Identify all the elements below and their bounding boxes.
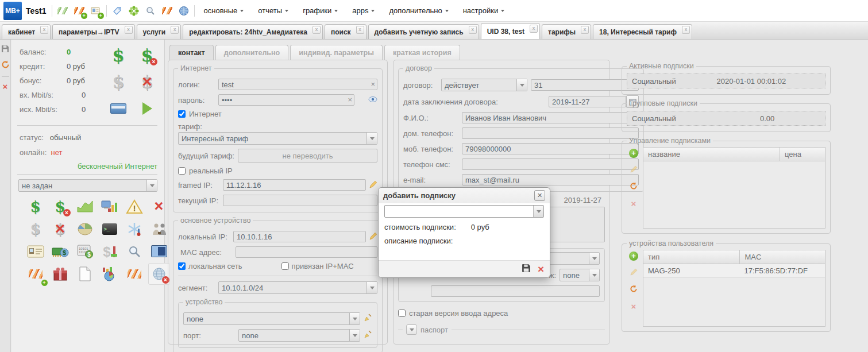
edit-pencil-icon[interactable] xyxy=(369,232,377,242)
group-select[interactable]: не задан xyxy=(18,179,157,192)
delete-icon[interactable]: × xyxy=(631,302,636,311)
warning-icon[interactable]: ! xyxy=(124,196,145,217)
tab-uid38-test[interactable]: UID 38, testx xyxy=(481,23,540,39)
add-icon[interactable]: + xyxy=(629,252,638,261)
sms-phone-input[interactable] xyxy=(462,158,639,170)
tab-short-history[interactable]: краткая история xyxy=(384,45,460,60)
money-stats-icon[interactable]: $ xyxy=(99,241,120,262)
chevron-down-icon[interactable] xyxy=(349,313,360,324)
refresh-icon[interactable] xyxy=(1,60,10,71)
close-icon[interactable]: x xyxy=(40,26,48,34)
tab-contact[interactable]: контакт xyxy=(169,45,214,60)
contract-status-select[interactable]: действует xyxy=(441,79,527,91)
pay-cancel-disabled-icon[interactable]: $× xyxy=(137,72,157,92)
password-input[interactable] xyxy=(218,94,354,106)
tab-params-iptv[interactable]: параметры→IPTVx xyxy=(52,24,134,39)
floor-select[interactable]: none xyxy=(560,269,600,281)
menu-main[interactable]: основные xyxy=(204,6,244,15)
partners-icon[interactable] xyxy=(149,219,169,239)
cards-icon[interactable] xyxy=(161,5,173,17)
chevron-down-icon[interactable] xyxy=(349,330,360,341)
close-icon[interactable]: x xyxy=(356,26,364,34)
globe-user-icon[interactable] xyxy=(178,5,190,17)
user-card-add-icon[interactable]: + xyxy=(90,5,102,17)
chevron-down-icon[interactable] xyxy=(367,133,377,144)
local-ip-input[interactable] xyxy=(233,231,366,242)
menu-apps[interactable]: apps xyxy=(352,6,375,15)
mac-input[interactable] xyxy=(236,246,377,258)
chevron-down-icon[interactable] xyxy=(589,253,599,264)
email-input[interactable] xyxy=(462,174,639,185)
credit-card-icon[interactable] xyxy=(108,98,129,119)
cancel-icon[interactable]: × xyxy=(538,264,544,274)
pay-disabled-icon[interactable]: $ xyxy=(108,72,129,92)
pay-cancel-icon[interactable]: $× xyxy=(137,45,157,66)
column-header-name[interactable]: название xyxy=(643,148,780,161)
real-ip-checkbox[interactable] xyxy=(178,167,186,175)
pay-icon[interactable]: $ xyxy=(108,45,129,66)
fio-input[interactable] xyxy=(462,112,639,123)
money-remove-disabled-icon[interactable]: $× xyxy=(50,219,71,239)
document-icon[interactable] xyxy=(75,264,95,284)
chevron-down-icon[interactable] xyxy=(146,180,157,191)
future-tariff-button[interactable]: не переводить xyxy=(238,149,377,163)
close-icon[interactable]: x xyxy=(171,26,179,34)
edit-pencil-icon[interactable] xyxy=(630,165,638,175)
globe-disabled-icon[interactable]: × xyxy=(148,263,170,285)
tab-edit-24htv[interactable]: редактировать: 24htv_Амедиатекаx xyxy=(183,24,323,39)
contract-date-input[interactable] xyxy=(549,96,626,107)
terminal-icon[interactable]: >_ xyxy=(99,219,120,239)
clear-broom-icon[interactable] xyxy=(364,330,372,341)
menu-settings[interactable]: настройки xyxy=(463,6,505,15)
icq-flower-icon[interactable] xyxy=(128,5,140,17)
bind-ip-mac-checkbox[interactable] xyxy=(281,262,289,270)
close-icon[interactable]: x xyxy=(469,26,477,34)
delete-icon[interactable]: × xyxy=(3,82,8,91)
start-session-icon[interactable] xyxy=(137,98,157,119)
menu-extra[interactable]: дополнительно xyxy=(389,6,448,15)
table-row[interactable]: MAG-250 17:F5:86:5D:77:DF xyxy=(643,264,825,278)
lan-checkbox[interactable] xyxy=(178,262,186,270)
port-select[interactable]: none xyxy=(238,329,360,342)
edit-pencil-icon[interactable] xyxy=(369,180,377,190)
tab-add-account[interactable]: добавить учетную записьx xyxy=(368,24,479,39)
column-header-price[interactable]: цена xyxy=(780,148,825,161)
cards-icon[interactable] xyxy=(124,264,145,284)
column-header-mac[interactable]: MAC xyxy=(739,250,825,264)
clear-broom-icon[interactable] xyxy=(364,314,372,324)
close-icon[interactable]: x xyxy=(530,25,538,33)
old-address-version-checkbox[interactable] xyxy=(398,310,406,317)
clear-icon[interactable]: × xyxy=(348,95,352,105)
search-icon[interactable] xyxy=(124,241,145,262)
add-icon[interactable]: + xyxy=(629,149,638,158)
delete-icon[interactable]: × xyxy=(631,199,636,208)
computer-stats-icon[interactable] xyxy=(99,196,120,217)
close-icon[interactable]: ✕ xyxy=(534,190,545,201)
close-icon[interactable]: x xyxy=(682,26,690,34)
tab-services[interactable]: услугиx xyxy=(137,24,182,39)
edit-pencil-icon[interactable] xyxy=(630,268,638,278)
infinite-internet-link[interactable]: бесконечный Интернет xyxy=(78,162,157,171)
money-remove-icon[interactable]: $× xyxy=(50,196,71,217)
money-icon[interactable]: $ xyxy=(25,196,46,217)
collapse-chevron-icon[interactable] xyxy=(406,324,417,335)
code-money-icon[interactable]: 1010111100$ xyxy=(75,241,95,262)
save-icon[interactable] xyxy=(522,264,531,275)
cards-add-icon[interactable]: + xyxy=(25,264,46,284)
address-extra-input[interactable] xyxy=(431,285,600,297)
monitor-icon[interactable] xyxy=(149,241,169,262)
chevron-down-icon[interactable] xyxy=(589,269,599,281)
search-icon[interactable] xyxy=(144,5,157,17)
menu-reports[interactable]: отчеты xyxy=(258,6,288,15)
pie-stats-icon[interactable] xyxy=(99,264,120,284)
id-card-icon[interactable] xyxy=(25,241,46,262)
tab-tariffs[interactable]: тарифыx xyxy=(542,24,591,39)
refresh-icon[interactable] xyxy=(630,285,638,295)
close-icon[interactable]: x xyxy=(125,26,133,34)
tab-cabinet[interactable]: кабинетx xyxy=(2,24,51,39)
chevron-down-icon[interactable] xyxy=(533,206,543,217)
freeze-icon[interactable] xyxy=(124,219,145,239)
gift-icon[interactable] xyxy=(50,264,71,284)
money-disabled-icon[interactable]: $ xyxy=(25,219,46,239)
close-icon[interactable]: x xyxy=(581,26,589,34)
